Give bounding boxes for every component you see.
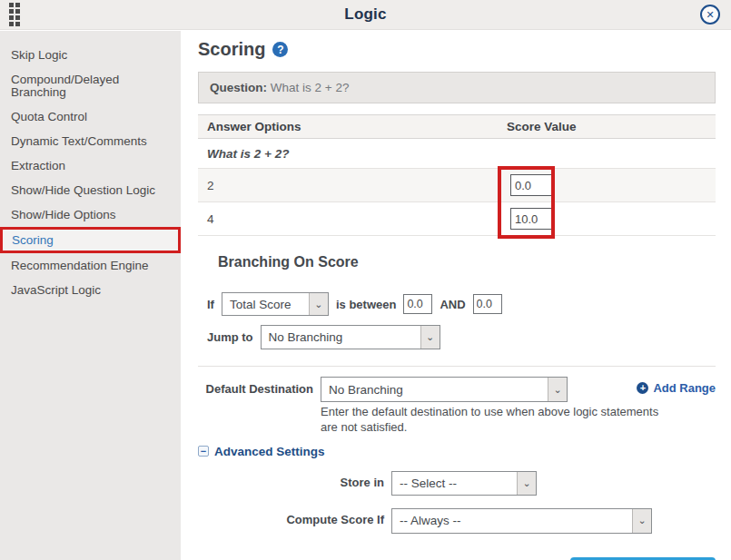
store-in-row: Store in -- Select -- ⌄	[198, 471, 716, 496]
jump-to-select[interactable]: No Branching ⌄	[261, 325, 440, 349]
page-title-text: Scoring	[198, 39, 265, 60]
sidebar-item-compound-delayed-branching[interactable]: Compound/Delayed Branching	[0, 67, 181, 104]
total-score-select[interactable]: Total Score ⌄	[222, 292, 329, 316]
score-table: Answer Options Score Value What is 2 + 2…	[198, 114, 716, 236]
default-destination-row: Default Destination No Branching ⌄ + Add…	[198, 377, 716, 402]
default-destination-label: Default Destination	[198, 383, 313, 397]
sidebar-item-show-hide-question-logic[interactable]: Show/Hide Question Logic	[0, 178, 181, 202]
store-in-select[interactable]: -- Select -- ⌄	[391, 471, 537, 496]
chevron-down-icon: ⌄	[548, 378, 567, 401]
branch-condition-row: If Total Score ⌄ is between AND	[207, 292, 716, 316]
sidebar-item-javascript-logic[interactable]: JavaScript Logic	[0, 278, 181, 302]
page-title: Scoring ?	[198, 39, 716, 60]
answer-option-label: 2	[198, 179, 505, 192]
add-range-label: Add Range	[653, 381, 716, 395]
compute-score-if-select[interactable]: -- Always -- ⌄	[391, 508, 652, 534]
sidebar-item-skip-logic[interactable]: Skip Logic	[0, 43, 181, 67]
table-row: 2	[198, 169, 716, 202]
sidebar-item-quota-control[interactable]: Quota Control	[0, 104, 181, 129]
question-label: Question:	[210, 81, 267, 94]
chevron-down-icon: ⌄	[517, 472, 536, 495]
col-header-score-value: Score Value	[505, 120, 716, 133]
store-in-label: Store in	[269, 476, 384, 490]
collapse-minus-icon: −	[198, 446, 209, 457]
sidebar-item-show-hide-options[interactable]: Show/Hide Options	[0, 202, 181, 227]
help-icon[interactable]: ?	[272, 42, 288, 57]
question-box: Question: What is 2 + 2?	[198, 72, 716, 103]
table-row: 4	[198, 202, 716, 236]
sidebar-item-dynamic-text-comments[interactable]: Dynamic Text/Comments	[0, 129, 181, 153]
compute-score-if-label: Compute Score If	[269, 514, 384, 527]
compute-score-row: Compute Score If -- Always -- ⌄	[198, 508, 716, 534]
group-row-label: What is 2 + 2?	[198, 147, 505, 161]
score-value-input[interactable]	[510, 174, 552, 196]
advanced-settings-toggle[interactable]: − Advanced Settings	[198, 445, 716, 458]
jump-to-row: Jump to No Branching ⌄	[207, 325, 716, 349]
chevron-down-icon: ⌄	[632, 509, 651, 533]
table-header-row: Answer Options Score Value	[198, 114, 716, 139]
close-icon[interactable]: ✕	[700, 5, 720, 25]
col-header-answer-options: Answer Options	[198, 120, 505, 133]
default-destination-select[interactable]: No Branching ⌄	[321, 377, 568, 402]
sidebar-item-scoring[interactable]: Scoring	[0, 227, 181, 253]
sidebar-item-recommendation-engine[interactable]: Recommendation Engine	[0, 253, 181, 278]
logic-sidebar: Skip Logic Compound/Delayed Branching Qu…	[0, 31, 181, 560]
default-destination-help-text: Enter the default destination to use whe…	[321, 405, 666, 436]
add-range-link[interactable]: + Add Range	[637, 381, 716, 395]
scoring-panel: Scoring ? Question: What is 2 + 2? Answe…	[181, 31, 731, 560]
branching-heading: Branching On Score	[218, 254, 716, 270]
answer-option-label: 4	[198, 212, 505, 226]
question-text: What is 2 + 2?	[271, 81, 350, 94]
advanced-settings-label: Advanced Settings	[214, 445, 325, 458]
is-between-label: is between	[336, 298, 396, 311]
section-divider	[198, 366, 716, 367]
score-value-input[interactable]	[510, 208, 552, 230]
range-from-input[interactable]	[403, 294, 432, 314]
sidebar-item-extraction[interactable]: Extraction	[0, 153, 181, 178]
and-label: AND	[440, 298, 465, 311]
table-group-row: What is 2 + 2?	[198, 139, 716, 169]
modal-header: Logic ✕	[0, 0, 731, 30]
chevron-down-icon: ⌄	[309, 293, 328, 315]
jump-to-label: Jump to	[207, 330, 253, 344]
modal-title: Logic	[0, 5, 731, 24]
plus-circle-icon: +	[637, 382, 648, 394]
range-to-input[interactable]	[473, 294, 502, 314]
chevron-down-icon: ⌄	[420, 326, 440, 349]
if-label: If	[207, 298, 214, 311]
